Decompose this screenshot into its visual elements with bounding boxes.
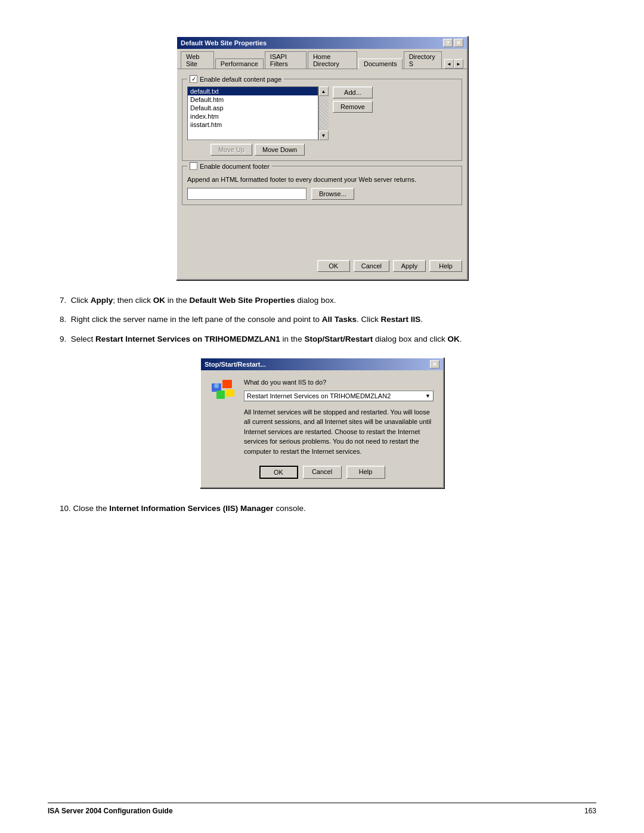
svg-rect-3 [216,391,225,399]
cancel-button[interactable]: Cancel [354,260,389,272]
dialog2-content: What do you want IIS to do? Restart Inte… [244,379,434,457]
enable-default-content-checkbox[interactable] [190,75,197,83]
help-button[interactable]: ? [443,39,453,47]
list-item-3[interactable]: index.htm [188,112,318,120]
dialog2-main-row: What do you want IIS to do? Restart Inte… [210,379,434,457]
footer-right: 163 [584,807,596,815]
dialog1-buttons: OK Cancel Apply Help [182,258,462,274]
dialog2-container: Stop/Start/Restart... ✕ [48,357,596,489]
move-down-button[interactable]: Move Down [255,144,305,156]
svg-rect-4 [226,389,234,397]
svg-point-5 [214,383,219,388]
tab-nav: ◄ ► [444,59,463,69]
dialog2-buttons: OK Cancel Help [210,466,434,479]
list-item-2[interactable]: Default.asp [188,104,318,112]
step-7: 7. Click Apply; then click OK in the Def… [48,295,596,306]
group-document-footer: Enable document footer Append an HTML fo… [182,166,462,205]
apply-button[interactable]: Apply [393,260,426,272]
tab-prev-button[interactable]: ◄ [444,59,454,69]
step-9: 9. Select Restart Internet Services on T… [48,333,596,345]
listbox-scrollbar[interactable]: ▲ ▼ [318,86,328,140]
footer-path-input[interactable] [187,188,306,200]
page-content: Default Web Site Properties ? ✕ Web Site… [0,0,644,558]
close-button[interactable]: ✕ [454,39,463,47]
dialog2-wrapper: Stop/Start/Restart... ✕ [200,357,444,489]
browse-button[interactable]: Browse... [311,188,354,200]
add-button[interactable]: Add... [333,86,373,98]
tab-isapi-filters[interactable]: ISAPI Filters [265,51,306,69]
spacer [182,210,462,258]
group2-legend: Enable document footer [187,162,272,170]
dialog2-icon [210,379,237,405]
tab-directory-s[interactable]: Directory S [404,51,442,69]
content-list[interactable]: default.txt Default.htm Default.asp inde… [187,86,318,140]
step-list: 7. Click Apply; then click OK in the Def… [48,295,596,345]
dialog2-titlebar: Stop/Start/Restart... ✕ [201,358,443,370]
tab-web-site[interactable]: Web Site [181,51,214,69]
dialog1-titlebar: Default Web Site Properties ? ✕ [177,37,467,49]
dialog1: Default Web Site Properties ? ✕ Web Site… [176,36,468,280]
dialog1-wrapper: Default Web Site Properties ? ✕ Web Site… [176,36,468,280]
dialog2-description: All Internet services will be stopped an… [244,407,434,457]
dialog1-title: Default Web Site Properties [181,39,267,47]
move-buttons: Move Up Move Down [187,144,328,156]
step-10: 10. Close the Internet Information Servi… [48,503,596,515]
step-list-10: 10. Close the Internet Information Servi… [48,503,596,515]
dialog1-body: Enable default content page default.txt … [177,69,467,279]
scroll-track [319,96,329,131]
dialog2-close-button[interactable]: ✕ [430,360,439,368]
dialog2-ok-button[interactable]: OK [259,466,298,479]
dialog2-cancel-button[interactable]: Cancel [303,466,342,479]
step-8: 8. Right click the server name in the le… [48,314,596,326]
listbox-section: default.txt Default.htm Default.asp inde… [187,86,328,156]
listbox-with-scroll: default.txt Default.htm Default.asp inde… [187,86,328,140]
dialog2-title: Stop/Start/Restart... [205,361,266,368]
enable-footer-checkbox[interactable] [190,162,197,170]
scroll-down-button[interactable]: ▼ [319,131,329,140]
dialog2-dropdown[interactable]: Restart Internet Services on TRIHOMEDMZL… [244,391,434,401]
footer-description: Append an HTML formatted footer to every… [187,176,457,183]
help-dialog-button[interactable]: Help [429,260,462,272]
group1-content: default.txt Default.htm Default.asp inde… [187,86,457,156]
svg-rect-2 [222,380,232,388]
dialog2-help-button[interactable]: Help [346,466,385,479]
list-item-0[interactable]: default.txt [188,87,318,95]
dialog1-title-buttons: ? ✕ [443,39,463,47]
dialog2-body: What do you want IIS to do? Restart Inte… [201,370,443,488]
tab-documents[interactable]: Documents [358,58,402,69]
scroll-up-button[interactable]: ▲ [319,86,329,96]
list-item-4[interactable]: iisstart.htm [188,120,318,129]
dialog1-container: Default Web Site Properties ? ✕ Web Site… [48,36,596,280]
tab-performance[interactable]: Performance [215,58,264,69]
iis-icon [210,379,237,405]
enable-footer-label[interactable]: Enable document footer [190,162,270,170]
dialog2-dropdown-row: Restart Internet Services on TRIHOMEDMZL… [244,391,434,401]
dropdown-arrow: ▼ [425,393,431,399]
footer-left: ISA Server 2004 Configuration Guide [48,807,173,815]
tab-next-button[interactable]: ► [454,59,463,69]
footer-input-row: Browse... [187,188,457,200]
add-remove-buttons: Add... Remove [333,86,373,156]
remove-button[interactable]: Remove [333,101,373,113]
group1-legend: Enable default content page [187,75,284,83]
list-item-1[interactable]: Default.htm [188,95,318,104]
tab-home-directory[interactable]: Home Directory [308,51,357,69]
page-footer: ISA Server 2004 Configuration Guide 163 [48,803,596,815]
enable-default-content-label[interactable]: Enable default content page [190,75,281,83]
dialog2-question: What do you want IIS to do? [244,379,434,386]
tab-bar: Web Site Performance ISAPI Filters Home … [177,49,467,69]
dialog2: Stop/Start/Restart... ✕ [200,357,444,489]
ok-button[interactable]: OK [317,260,350,272]
group-default-content: Enable default content page default.txt … [182,79,462,161]
dialog2-title-buttons: ✕ [430,360,439,368]
enable-default-content-text: Enable default content page [200,76,281,83]
move-up-button[interactable]: Move Up [210,144,252,156]
enable-footer-text: Enable document footer [200,163,270,170]
